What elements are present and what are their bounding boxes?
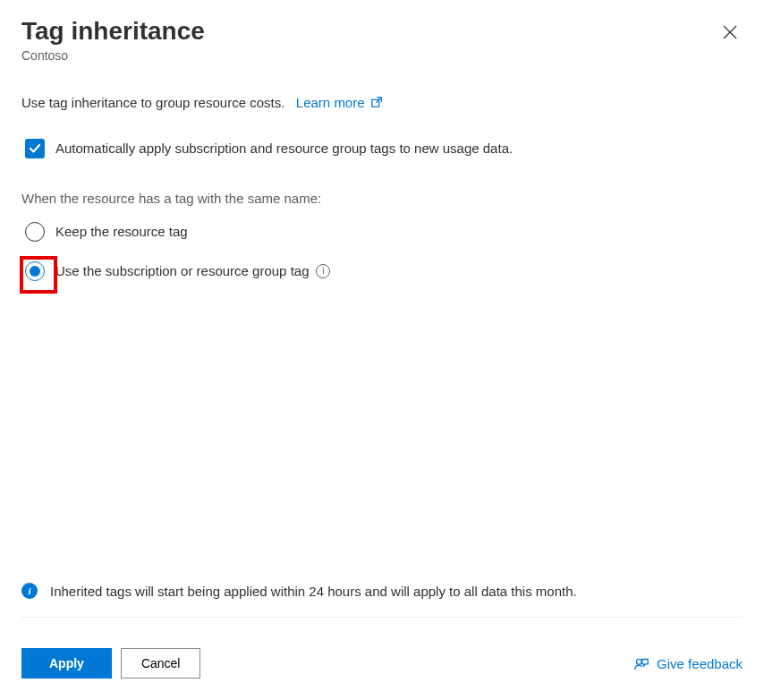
cancel-button[interactable]: Cancel	[121, 648, 201, 679]
close-icon	[723, 25, 737, 39]
auto-apply-checkbox-row: Automatically apply subscription and res…	[25, 139, 743, 158]
info-badge-icon: i	[21, 583, 38, 599]
info-bar-text: Inherited tags will start being applied …	[50, 584, 577, 599]
description-text: Use tag inheritance to group resource co…	[21, 95, 284, 110]
radio-keep-resource-tag[interactable]	[25, 222, 45, 242]
learn-more-label: Learn more	[296, 95, 365, 110]
apply-button[interactable]: Apply	[21, 648, 112, 679]
panel-footer: Apply Cancel Give feedback	[21, 648, 743, 679]
page-title: Tag inheritance	[21, 16, 205, 47]
checkmark-icon	[29, 142, 41, 155]
feedback-label: Give feedback	[657, 656, 743, 671]
radio-row-use-subscription: Use the subscription or resource group t…	[25, 261, 743, 281]
radio-use-subscription-tag[interactable]	[25, 261, 45, 281]
description-row: Use tag inheritance to group resource co…	[21, 95, 743, 110]
info-icon[interactable]: i	[316, 264, 330, 278]
conflict-section-label: When the resource has a tag with the sam…	[21, 191, 743, 206]
learn-more-link[interactable]: Learn more	[296, 95, 383, 110]
auto-apply-checkbox[interactable]	[25, 139, 45, 158]
radio-use-subscription-label: Use the subscription or resource group t…	[55, 263, 330, 278]
info-bar: i Inherited tags will start being applie…	[21, 583, 743, 618]
give-feedback-link[interactable]: Give feedback	[633, 655, 743, 671]
radio-keep-label: Keep the resource tag	[55, 224, 188, 239]
radio-use-subscription-text: Use the subscription or resource group t…	[55, 263, 309, 278]
page-subtitle: Contoso	[21, 48, 205, 63]
auto-apply-label: Automatically apply subscription and res…	[55, 141, 513, 156]
close-button[interactable]	[717, 20, 743, 47]
external-link-icon	[370, 96, 383, 108]
button-group: Apply Cancel	[21, 648, 200, 679]
title-block: Tag inheritance Contoso	[21, 16, 205, 63]
panel-header: Tag inheritance Contoso	[21, 16, 743, 63]
feedback-icon	[633, 655, 649, 671]
radio-row-keep: Keep the resource tag	[25, 222, 743, 242]
svg-point-4	[637, 659, 642, 664]
conflict-radio-group: Keep the resource tag Use the subscripti…	[21, 222, 743, 281]
